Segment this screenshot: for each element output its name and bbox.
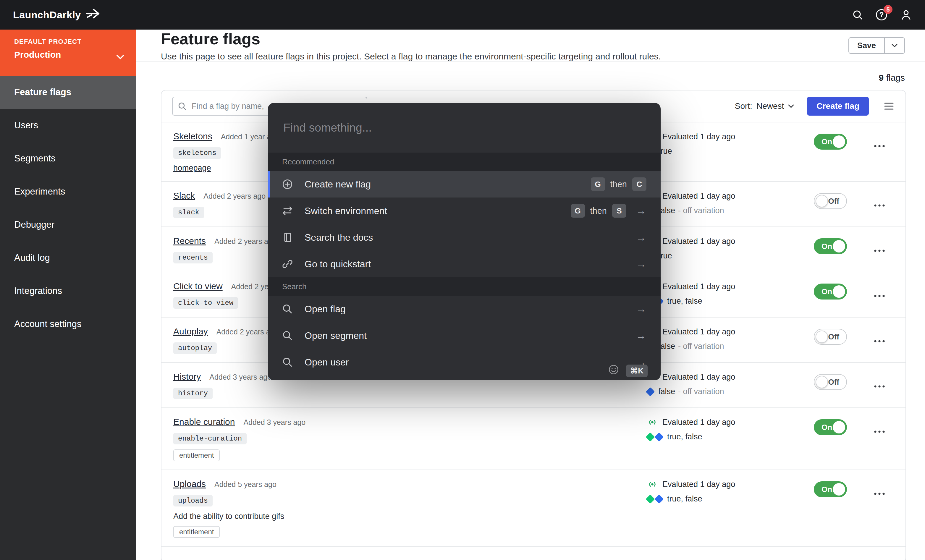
help-icon[interactable]: ? 5: [876, 9, 887, 20]
flag-toggle[interactable]: On: [814, 283, 847, 300]
toggle-knob: [816, 195, 828, 207]
flag-toggle[interactable]: Off: [814, 193, 847, 209]
ellipsis-icon: [874, 145, 885, 147]
list-view-icon[interactable]: [882, 99, 896, 113]
launchdarkly-logo[interactable]: LaunchDarkly: [13, 8, 102, 22]
ellipsis-icon: [874, 204, 885, 207]
toggle-knob: [833, 483, 845, 495]
sidebar-item-experiments[interactable]: Experiments: [0, 175, 136, 208]
palette-item-open-segment[interactable]: Open segment →: [268, 322, 661, 349]
flag-added: Added 2 years ago: [214, 237, 277, 245]
flag-tag-link[interactable]: homepage: [173, 164, 211, 173]
palette-footer: ⌘K: [608, 364, 648, 377]
ellipsis-icon: [874, 295, 885, 297]
save-split-button: Save: [848, 37, 905, 54]
app-root: LaunchDarkly ? 5 DEFAULT PROJECT Product…: [0, 0, 925, 560]
palette-item-open-user[interactable]: Open user →: [268, 349, 661, 375]
palette-item-search-the-docs[interactable]: Search the docs →: [268, 224, 661, 251]
flag-name-link[interactable]: Autoplay: [173, 327, 208, 336]
flag-row: Uploads Added 5 years ago uploads Add th…: [161, 470, 905, 547]
account-icon[interactable]: [900, 9, 912, 21]
search-icon: [282, 357, 293, 367]
variation-text: true, false: [667, 432, 702, 441]
toggle-knob: [816, 331, 828, 343]
flag-name-link[interactable]: Recents: [173, 236, 206, 246]
flag-name-link[interactable]: History: [173, 372, 201, 381]
flag-name-link[interactable]: Click to view: [173, 281, 223, 291]
toggle-knob: [833, 285, 845, 298]
flag-key: enable-curation: [173, 433, 247, 444]
save-button[interactable]: Save: [848, 37, 885, 54]
flag-toggle[interactable]: Off: [814, 374, 847, 390]
sidebar-item-account-settings[interactable]: Account settings: [0, 307, 136, 340]
flag-tag: entitlement: [173, 526, 220, 538]
variation-text: true, false: [667, 494, 702, 504]
row-menu-button[interactable]: [872, 423, 887, 437]
row-menu-button[interactable]: [872, 378, 887, 392]
row-menu-button[interactable]: [872, 288, 887, 302]
search-icon: [282, 304, 293, 314]
flag-key: slack: [173, 207, 204, 218]
palette-item-switch-environment[interactable]: Switch environment G then S →: [268, 197, 661, 224]
arrow-right-icon: →: [636, 303, 646, 315]
project-switcher[interactable]: DEFAULT PROJECT Production: [0, 30, 136, 76]
flag-name-link[interactable]: Uploads: [173, 479, 206, 489]
row-menu-button[interactable]: [872, 333, 887, 347]
flag-tag: entitlement: [173, 449, 220, 461]
flag-toggle[interactable]: On: [814, 134, 847, 150]
evaluated-text: Evaluated 1 day ago: [663, 373, 735, 382]
toggle-knob: [833, 421, 845, 434]
ellipsis-icon: [874, 492, 885, 495]
page-header: Feature flags Use this page to see all f…: [136, 30, 925, 62]
sidebar-item-debugger[interactable]: Debugger: [0, 208, 136, 241]
arrow-right-icon: →: [636, 258, 646, 270]
flag-name-link[interactable]: Skeletons: [173, 131, 212, 141]
row-menu-button[interactable]: [872, 485, 887, 500]
notification-badge: 5: [884, 5, 892, 14]
flag-name-link[interactable]: Slack: [173, 191, 195, 200]
logo-arrow-icon: [86, 8, 102, 22]
sidebar-item-audit-log[interactable]: Audit log: [0, 241, 136, 274]
flag-toggle[interactable]: Off: [814, 329, 847, 345]
switch-icon: [282, 205, 293, 216]
variation-text: true, false: [667, 297, 702, 306]
palette-item-open-flag[interactable]: Open flag →: [268, 296, 661, 322]
key-badge: C: [632, 178, 646, 191]
flag-toggle[interactable]: On: [814, 238, 847, 254]
flag-key: skeletons: [173, 147, 221, 159]
create-flag-button[interactable]: Create flag: [807, 97, 869, 116]
variation-false-icon: [654, 432, 664, 441]
evaluated-text: Evaluated 1 day ago: [663, 237, 735, 246]
key-badge: G: [591, 178, 605, 191]
palette-item-go-to-quickstart[interactable]: Go to quickstart →: [268, 251, 661, 277]
docs-icon: [282, 232, 293, 243]
save-dropdown-button[interactable]: [885, 37, 905, 54]
search-icon: [282, 330, 293, 341]
search-icon[interactable]: [852, 9, 863, 20]
key-badge: S: [612, 204, 626, 218]
page-subtitle: Use this page to see all feature flags i…: [161, 51, 661, 62]
page-title: Feature flags: [161, 30, 661, 48]
row-menu-button[interactable]: [872, 242, 887, 256]
sidebar-item-feature-flags[interactable]: Feature flags: [0, 76, 136, 109]
flag-name-link[interactable]: Enable curation: [173, 417, 235, 427]
environment-name: Production: [14, 50, 122, 60]
sidebar-item-integrations[interactable]: Integrations: [0, 274, 136, 307]
flag-toggle[interactable]: On: [814, 481, 847, 497]
palette-search-input[interactable]: [282, 120, 646, 135]
flag-toggle[interactable]: On: [814, 419, 847, 435]
feedback-smiley-icon[interactable]: [608, 364, 619, 377]
sort-dropdown[interactable]: Sort: Newest: [735, 101, 794, 111]
row-menu-button[interactable]: [872, 197, 887, 211]
flag-description: Add the ability to contribute gifs: [173, 512, 640, 521]
project-label: DEFAULT PROJECT: [14, 38, 122, 45]
flag-key: history: [173, 388, 212, 399]
sidebar-item-users[interactable]: Users: [0, 109, 136, 142]
variation-true-icon: [646, 432, 655, 441]
sidebar-item-segments[interactable]: Segments: [0, 142, 136, 175]
search-icon: [178, 102, 186, 110]
evaluated-text: Evaluated 1 day ago: [663, 327, 735, 336]
palette-item-create-new-flag[interactable]: Create new flag G then C: [268, 171, 661, 197]
row-menu-button[interactable]: [872, 138, 887, 152]
arrow-right-icon: →: [636, 231, 646, 244]
